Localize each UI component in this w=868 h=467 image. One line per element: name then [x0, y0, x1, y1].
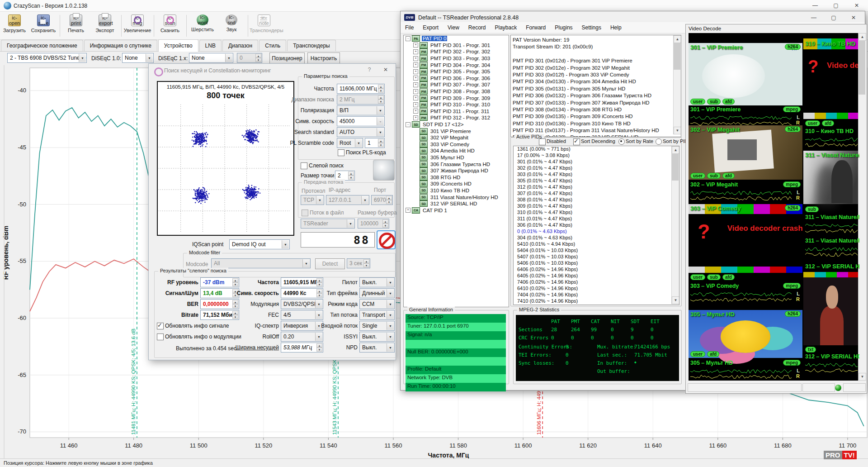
detect-interval-spinner[interactable]: 3 сек▲▼ — [347, 258, 370, 268]
code-mode-value[interactable]: CCM▼ — [359, 299, 395, 309]
tree-item[interactable]: + PM PMT PID 308 - Progr. 308 — [404, 88, 509, 95]
pid-row[interactable]: 310 (0.01% ~ 4.47 Kbps) — [514, 210, 671, 216]
pilot-value[interactable]: Выкл.▼ — [359, 277, 395, 287]
pid-row[interactable]: 6406 (0.02% ~ 14.96 Kbps) — [514, 267, 671, 273]
range-input[interactable]: 2 МГц▲▼ — [337, 95, 385, 105]
toolbar-button[interactable]: ic-mag Увеличение — [123, 13, 152, 38]
modcode-select[interactable]: All▼ — [211, 258, 311, 268]
pid-row[interactable]: 312 (0.01% ~ 4.47 Kbps) — [514, 184, 671, 191]
menu-item[interactable]: Plugins — [550, 22, 577, 33]
stream-type-value[interactable]: Transport▼ — [359, 310, 395, 320]
modulation-value[interactable]: DVBS2/QPSK▼ — [281, 299, 323, 309]
pid-row[interactable]: 309 (0.01% ~ 4.47 Kbps) — [514, 203, 671, 210]
expand-icon[interactable]: + — [413, 89, 418, 94]
expand-icon[interactable]: + — [413, 49, 418, 54]
result-sr-value[interactable]: 44990 Кс▲▼ — [281, 288, 323, 298]
pid-row[interactable]: 304 (0.01% ~ 4.63 Kbps) — [514, 235, 671, 241]
video-thumbnail-302[interactable] — [689, 125, 802, 180]
search-standard-select[interactable]: AUTO▼ — [337, 127, 385, 137]
pid-row[interactable]: 306 (0.01% ~ 4.47 Kbps) — [514, 222, 671, 229]
toolbar-button[interactable] — [58, 13, 61, 38]
port-spinner[interactable]: 6970▲▼ — [371, 195, 393, 205]
menu-item[interactable]: Help — [606, 22, 626, 33]
pid-row[interactable]: 5410 (0.01% ~ 4.94 Kbps) — [514, 241, 671, 248]
video-scrollbar[interactable]: ▲▼ — [858, 33, 866, 381]
tree-item[interactable]: + PM PMT PID 303 - Progr. 303 — [404, 55, 509, 62]
help-button[interactable]: ? — [364, 66, 375, 74]
npd-value[interactable]: Выкл.▼ — [359, 343, 395, 353]
expand-icon[interactable]: + — [413, 115, 418, 120]
stream-to-file-checkbox[interactable] — [302, 210, 308, 216]
tree-item[interactable]: + PM PMT PID 302 - Progr. 302 — [404, 48, 509, 55]
update-signal-checkbox[interactable] — [157, 323, 164, 329]
tree-item[interactable]: SD 301 ViP Premiere — [404, 128, 509, 134]
menu-item[interactable]: Forward — [521, 22, 550, 33]
buffer-size-spinner[interactable]: 100000▲▼ — [358, 219, 389, 229]
sort-descending-checkbox[interactable] — [573, 138, 580, 145]
fec-value[interactable]: 4/5▼ — [281, 310, 323, 320]
position-spinner[interactable]: 0▲▼ — [237, 53, 262, 63]
expand-icon[interactable]: + — [406, 208, 410, 213]
toolbar-button[interactable]: ic-export Экспорт — [90, 13, 119, 38]
menu-item[interactable]: Export — [418, 22, 443, 33]
pl-scramble-mode[interactable]: Root▼ — [337, 138, 363, 148]
toolbar-button[interactable] — [119, 13, 123, 38]
pid-row[interactable]: 303 (0.01% ~ 4.47 Kbps) — [514, 172, 671, 178]
toolbar-button[interactable]: ic-open Загрузить — [0, 13, 29, 38]
video-thumbnail-301[interactable] — [689, 43, 802, 105]
menu-item[interactable]: Settings — [577, 22, 606, 33]
tree-item[interactable]: SD 306 Глазами Туриста HD — [404, 161, 509, 167]
video-crashed-303[interactable]: ? Video decoder crashed — [689, 214, 802, 267]
tree-item[interactable]: + PM PMT PID 307 - Progr. 307 — [404, 81, 509, 88]
info-scrollbar[interactable]: ▲▼ — [673, 35, 681, 134]
input-stream-value[interactable]: Single▼ — [359, 321, 395, 331]
pid-scrollbar[interactable]: ▲▼ — [671, 146, 679, 304]
stop-button[interactable] — [377, 230, 396, 249]
tree-item[interactable]: SD 311 Viasat Nature/History HD — [404, 194, 509, 200]
tree-item[interactable]: SD 308 RTG HD — [404, 174, 509, 181]
result-freq-value[interactable]: 11605,915 МГ▲▼ — [281, 277, 323, 287]
expand-icon[interactable]: - — [406, 122, 410, 127]
tree-item[interactable]: - PA PAT PID 0 — [404, 35, 509, 42]
menu-item[interactable]: Record — [464, 22, 491, 33]
tree-item[interactable]: + PM PMT PID 301 - Progr. 301 — [404, 42, 509, 49]
toolbar-button[interactable]: ic-scan Сканить — [156, 13, 184, 38]
tab[interactable]: Диапазон — [222, 40, 258, 51]
expand-icon[interactable]: + — [413, 102, 418, 107]
tuner-select[interactable]: 2 - TBS 6908 DVBS/S2 Tuner 0▼ — [7, 53, 87, 63]
dialog-close-button[interactable]: ✕ — [380, 66, 391, 74]
pid-row[interactable]: 7406 (0.02% ~ 14.96 Kbps) — [514, 279, 671, 286]
pid-row[interactable]: 5404 (0.01% ~ 10.03 Kbps) — [514, 248, 671, 254]
tree-item[interactable]: SD 309 iConcerts HD — [404, 181, 509, 187]
tab[interactable]: Информация о спутнике — [84, 40, 157, 51]
pid-row[interactable]: 7404 (0.02% ~ 14.96 Kbps) — [514, 292, 671, 298]
pid-row[interactable]: 0 (0.01% ~ 4.63 Kbps) — [514, 229, 671, 235]
detect-button[interactable]: Detect — [315, 258, 345, 269]
tab[interactable]: Географическое положение — [1, 40, 83, 51]
minimize-button[interactable]: — — [806, 0, 825, 11]
tree-item[interactable]: SD 310 Кино ТВ HD — [404, 187, 509, 194]
tree-item[interactable]: + PM PMT PID 305 - Progr. 305 — [404, 68, 509, 75]
freq-input[interactable]: 11606,000 МГц▲▼ — [337, 84, 385, 94]
tree-item[interactable]: - SD SDT PID 17 <12> — [404, 121, 509, 128]
protocol-select[interactable]: TCP▼ — [301, 195, 324, 205]
tab[interactable]: LNB — [199, 40, 222, 51]
tree-item[interactable]: + PM PMT PID 311 - Progr. 311 — [404, 108, 509, 115]
tab[interactable]: Транспондеры — [287, 40, 335, 51]
toolbar-button[interactable] — [184, 13, 188, 38]
rolloff-value[interactable]: 0.20▼ — [281, 332, 323, 342]
tree-item[interactable]: SD 303 ViP Comedy — [404, 141, 509, 148]
tab[interactable]: Устройство — [158, 39, 198, 52]
polarization-select[interactable]: В/П▼ — [337, 105, 385, 115]
menu-item[interactable]: View — [443, 22, 464, 33]
pid-row[interactable]: 308 (0.01% ~ 4.47 Kbps) — [514, 197, 671, 203]
expand-icon[interactable]: + — [413, 82, 418, 87]
pid-row[interactable]: 6405 (0.02% ~ 14.96 Kbps) — [514, 273, 671, 279]
expand-icon[interactable]: + — [413, 76, 418, 81]
pid-row[interactable]: 5407 (0.01% ~ 10.03 Kbps) — [514, 254, 671, 260]
disabled-checkbox[interactable] — [539, 138, 546, 145]
expand-icon[interactable]: + — [413, 43, 418, 48]
configure-button[interactable]: Настроить — [307, 52, 340, 64]
pl-scramble-value[interactable]: 1▲▼ — [365, 138, 385, 148]
expand-icon[interactable]: + — [413, 95, 418, 100]
